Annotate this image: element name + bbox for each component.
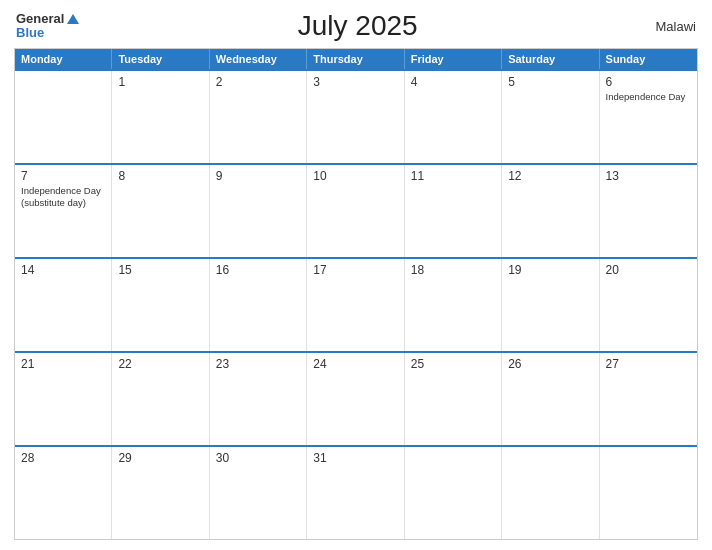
cal-cell	[502, 447, 599, 539]
calendar-body: 123456Independence Day7Independence Day …	[15, 69, 697, 539]
day-number: 28	[21, 451, 105, 465]
day-number: 27	[606, 357, 691, 371]
week-row-4: 21222324252627	[15, 351, 697, 445]
cal-cell: 16	[210, 259, 307, 351]
cal-cell: 10	[307, 165, 404, 257]
day-number: 10	[313, 169, 397, 183]
cal-cell: 25	[405, 353, 502, 445]
cal-cell: 30	[210, 447, 307, 539]
cal-cell: 4	[405, 71, 502, 163]
cal-cell: 5	[502, 71, 599, 163]
cal-cell: 19	[502, 259, 599, 351]
calendar-header: MondayTuesdayWednesdayThursdayFridaySatu…	[15, 49, 697, 69]
day-number: 31	[313, 451, 397, 465]
cal-cell: 6Independence Day	[600, 71, 697, 163]
cal-cell: 14	[15, 259, 112, 351]
week-row-1: 123456Independence Day	[15, 69, 697, 163]
day-number: 21	[21, 357, 105, 371]
day-header-wednesday: Wednesday	[210, 49, 307, 69]
cal-cell: 12	[502, 165, 599, 257]
day-number: 8	[118, 169, 202, 183]
cal-cell	[405, 447, 502, 539]
cal-cell: 13	[600, 165, 697, 257]
cal-cell: 27	[600, 353, 697, 445]
cal-cell: 18	[405, 259, 502, 351]
cal-cell: 2	[210, 71, 307, 163]
day-number: 29	[118, 451, 202, 465]
day-number: 24	[313, 357, 397, 371]
day-number: 23	[216, 357, 300, 371]
day-number: 3	[313, 75, 397, 89]
cal-cell	[15, 71, 112, 163]
day-number: 13	[606, 169, 691, 183]
calendar: MondayTuesdayWednesdayThursdayFridaySatu…	[14, 48, 698, 540]
cal-cell: 1	[112, 71, 209, 163]
day-number: 30	[216, 451, 300, 465]
cal-cell: 23	[210, 353, 307, 445]
day-number: 26	[508, 357, 592, 371]
cal-cell: 24	[307, 353, 404, 445]
day-number: 11	[411, 169, 495, 183]
day-number: 15	[118, 263, 202, 277]
week-row-5: 28293031	[15, 445, 697, 539]
day-number: 19	[508, 263, 592, 277]
day-header-thursday: Thursday	[307, 49, 404, 69]
day-number: 6	[606, 75, 691, 89]
event-text: Independence Day (substitute day)	[21, 185, 105, 210]
day-number: 1	[118, 75, 202, 89]
month-title: July 2025	[79, 10, 636, 42]
day-number: 12	[508, 169, 592, 183]
cal-cell: 22	[112, 353, 209, 445]
day-number: 17	[313, 263, 397, 277]
week-row-3: 14151617181920	[15, 257, 697, 351]
day-header-monday: Monday	[15, 49, 112, 69]
cal-cell: 28	[15, 447, 112, 539]
day-number: 4	[411, 75, 495, 89]
cal-cell: 9	[210, 165, 307, 257]
day-number: 18	[411, 263, 495, 277]
cal-cell: 7Independence Day (substitute day)	[15, 165, 112, 257]
day-header-saturday: Saturday	[502, 49, 599, 69]
cal-cell: 15	[112, 259, 209, 351]
cal-cell: 11	[405, 165, 502, 257]
day-number: 14	[21, 263, 105, 277]
cal-cell: 26	[502, 353, 599, 445]
day-number: 9	[216, 169, 300, 183]
logo: GeneralBlue	[16, 12, 79, 41]
day-number: 25	[411, 357, 495, 371]
cal-cell: 21	[15, 353, 112, 445]
day-number: 22	[118, 357, 202, 371]
cal-cell: 29	[112, 447, 209, 539]
cal-cell: 8	[112, 165, 209, 257]
day-header-tuesday: Tuesday	[112, 49, 209, 69]
day-header-friday: Friday	[405, 49, 502, 69]
day-number: 5	[508, 75, 592, 89]
cal-cell	[600, 447, 697, 539]
cal-cell: 17	[307, 259, 404, 351]
day-header-sunday: Sunday	[600, 49, 697, 69]
cal-cell: 3	[307, 71, 404, 163]
day-number: 2	[216, 75, 300, 89]
calendar-page: GeneralBlue July 2025 Malawi MondayTuesd…	[0, 0, 712, 550]
day-number: 16	[216, 263, 300, 277]
day-number: 7	[21, 169, 105, 183]
cal-cell: 31	[307, 447, 404, 539]
country-label: Malawi	[636, 19, 696, 34]
event-text: Independence Day	[606, 91, 691, 103]
day-number: 20	[606, 263, 691, 277]
header: GeneralBlue July 2025 Malawi	[14, 10, 698, 42]
week-row-2: 7Independence Day (substitute day)891011…	[15, 163, 697, 257]
cal-cell: 20	[600, 259, 697, 351]
